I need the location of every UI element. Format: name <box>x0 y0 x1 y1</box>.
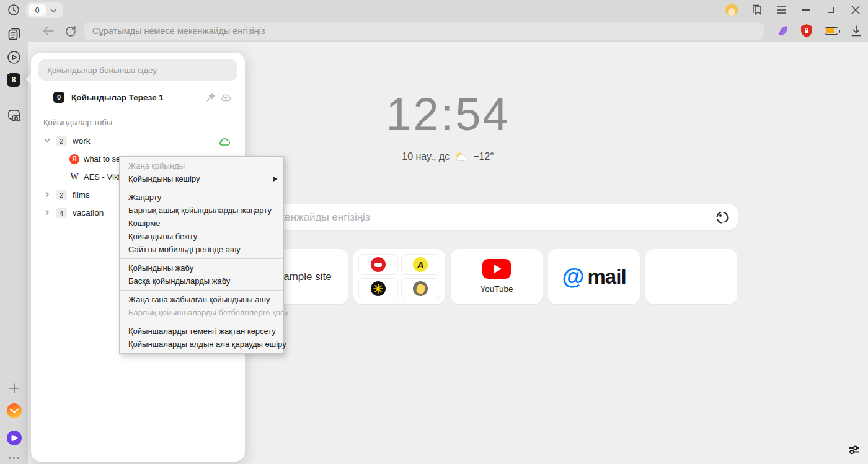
group-count-badge: 2 <box>56 190 67 200</box>
window-title: Қойындылар Терезе 1 <box>71 93 164 102</box>
minimize-button[interactable] <box>794 0 818 20</box>
plus-icon <box>9 383 20 394</box>
window-row[interactable]: 0 Қойындылар Терезе 1 <box>31 88 245 107</box>
tab-count-badge[interactable]: 8 <box>7 73 20 87</box>
image-search-button[interactable] <box>714 209 730 225</box>
tile-mail[interactable]: @ mail <box>548 249 640 304</box>
bookmarks-button[interactable] <box>744 0 769 20</box>
tile-youtube[interactable]: YouTube <box>451 249 542 304</box>
sidebar-divider <box>7 424 20 424</box>
tile-empty[interactable] <box>645 249 737 304</box>
chevron-down-icon[interactable] <box>43 137 52 146</box>
tab-search-input[interactable] <box>38 59 237 81</box>
close-icon <box>851 6 860 14</box>
menu-item-refresh-all[interactable]: Барлық ашық қойындыларды жаңарту <box>120 204 283 217</box>
star-favicon-icon <box>371 281 386 296</box>
mail-icon <box>7 403 22 418</box>
back-arrow-icon <box>42 26 55 36</box>
clock-icon <box>7 4 20 16</box>
titlebar: 0 <box>0 0 868 20</box>
menu-item-duplicate[interactable]: Көшірме <box>120 217 283 230</box>
browser-menu-button[interactable] <box>769 0 794 20</box>
more-dots-icon <box>9 457 19 459</box>
coin-favicon-icon <box>413 281 428 296</box>
tab-context-menu: Жаңа қойынды Қойындыны көшіру Жаңарту Ба… <box>119 156 284 354</box>
menu-item-close-others[interactable]: Басқа қойындыларды жабу <box>120 274 283 287</box>
folder-site-1[interactable] <box>358 254 398 275</box>
cloud-sync-icon[interactable] <box>220 92 231 102</box>
titlebar-right <box>719 0 868 20</box>
profile-button[interactable] <box>719 0 744 20</box>
afisha-favicon-icon: A <box>413 257 428 272</box>
refresh-button[interactable] <box>63 24 79 38</box>
left-sidebar: 8 <box>0 20 28 464</box>
alice-icon <box>7 431 22 445</box>
downloads-button[interactable] <box>848 23 865 39</box>
protect-button[interactable] <box>798 23 815 39</box>
tile-youtube-label: YouTube <box>480 284 513 294</box>
tile-mail-label: mail <box>588 265 626 289</box>
wikipedia-favicon-icon: W <box>69 172 79 182</box>
folder-site-4[interactable] <box>401 278 441 299</box>
restore-button[interactable] <box>818 0 843 20</box>
group-count-badge: 2 <box>56 136 67 146</box>
notes-icon <box>7 27 21 41</box>
sidebar-more-button[interactable] <box>0 449 28 464</box>
menu-item-move-tab[interactable]: Қойындыны көшіру <box>120 172 283 185</box>
folder-site-2[interactable]: A <box>401 254 441 275</box>
tab-0[interactable]: 0 <box>29 4 46 16</box>
group-name: films <box>73 190 90 199</box>
cloud-synced-icon[interactable] <box>218 136 231 146</box>
menu-item-new-tab: Жаңа қойынды <box>120 159 283 172</box>
folder-site-3[interactable] <box>358 278 398 299</box>
weather-date: 10 нау., дс <box>402 151 450 162</box>
battery-button[interactable] <box>823 23 840 39</box>
pin-icon[interactable] <box>206 92 216 102</box>
menu-item-pin-tab[interactable]: Қойындыны бекіту <box>120 230 283 243</box>
groups-header: Қойындылар тобы <box>43 118 112 127</box>
menu-item-close-tab[interactable]: Қойындыны жабу <box>120 261 283 274</box>
battery-icon <box>825 27 838 35</box>
group-name: vacation <box>73 208 104 217</box>
toolbar <box>28 20 868 42</box>
feather-icon <box>776 24 789 38</box>
group-row-work[interactable]: 2 work <box>31 132 245 150</box>
chevron-right-icon[interactable] <box>43 191 52 199</box>
window-badge: 0 <box>53 92 64 103</box>
group-name: work <box>73 136 91 146</box>
menu-item-refresh[interactable]: Жаңарту <box>120 191 283 204</box>
address-bar-input[interactable] <box>84 22 764 40</box>
menu-item-reopen-closed[interactable]: Жаңа ғана жабылған қойындыны ашу <box>120 293 283 306</box>
media-button[interactable] <box>0 48 28 66</box>
dashboard-settings-button[interactable] <box>846 442 862 458</box>
extension-pen-button[interactable] <box>774 23 791 39</box>
alice-button[interactable] <box>0 429 28 447</box>
minimize-icon <box>802 9 810 11</box>
camera-search-icon <box>715 210 730 225</box>
add-widget-button[interactable] <box>0 379 28 398</box>
screenshot-button[interactable] <box>0 107 28 125</box>
camera-icon <box>7 108 22 123</box>
tile-folder[interactable]: A <box>353 249 445 304</box>
menu-item-tabs-bottom[interactable]: Қойыншаларды төменгі жақтан көрсету <box>120 325 283 338</box>
chevron-right-icon[interactable] <box>43 209 52 217</box>
history-button[interactable] <box>7 4 20 16</box>
play-circle-icon <box>7 50 21 64</box>
back-button[interactable] <box>40 24 56 38</box>
group-count-badge: 4 <box>56 208 67 218</box>
shield-lock-icon <box>800 24 813 38</box>
sidebar-panel-button[interactable] <box>0 25 28 43</box>
menu-item-disable-preview[interactable]: Қойыншаларды алдын ала қарауды өшіру <box>120 338 283 351</box>
youtube-logo-icon <box>482 259 511 279</box>
yandex-mail-button[interactable] <box>0 401 28 420</box>
tab-strip: 0 <box>26 2 63 18</box>
close-button[interactable] <box>843 0 868 20</box>
restore-icon <box>828 7 834 13</box>
sun-cloud-icon <box>454 151 468 162</box>
menu-item-bookmark-all: Барлық қойыншаларды бетбелгілерге қосу <box>120 306 283 319</box>
menu-item-open-mobile[interactable]: Сайтты мобильді ретінде ашу <box>120 243 283 256</box>
chevron-down-icon <box>50 7 57 14</box>
avatar <box>725 4 738 16</box>
tab-list-button[interactable] <box>46 4 61 16</box>
submenu-arrow-icon <box>273 177 277 182</box>
